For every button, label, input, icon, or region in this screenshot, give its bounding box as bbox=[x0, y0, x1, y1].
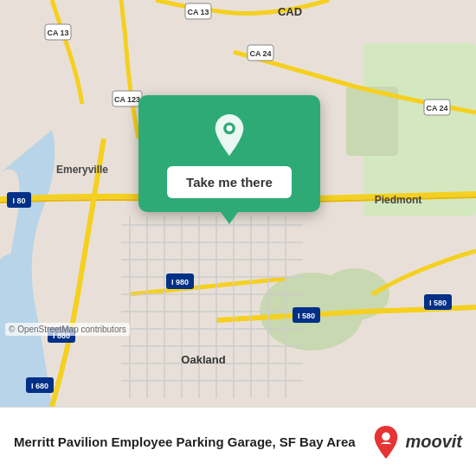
location-pin-icon bbox=[209, 114, 250, 156]
svg-text:CA 13: CA 13 bbox=[47, 29, 68, 37]
svg-text:I 580: I 580 bbox=[429, 299, 447, 307]
svg-text:Emeryville: Emeryville bbox=[56, 164, 108, 176]
svg-point-52 bbox=[227, 125, 233, 132]
svg-text:CA 13: CA 13 bbox=[187, 8, 209, 16]
svg-text:I 580: I 580 bbox=[298, 312, 315, 320]
svg-text:I 980: I 980 bbox=[171, 278, 189, 286]
svg-point-53 bbox=[383, 432, 391, 441]
map-container: CA 13 CA 13 CA 123 CA 24 CA 24 I 80 I 88… bbox=[0, 0, 476, 407]
moovit-pin-icon bbox=[372, 426, 400, 459]
take-me-there-button[interactable]: Take me there bbox=[167, 166, 292, 198]
svg-text:CA 24: CA 24 bbox=[426, 104, 447, 113]
popup-card: Take me there bbox=[138, 95, 320, 212]
location-info: Merritt Pavilion Employee Parking Garage… bbox=[14, 434, 372, 451]
svg-text:I 80: I 80 bbox=[12, 196, 25, 205]
bottom-bar: Merritt Pavilion Employee Parking Garage… bbox=[0, 407, 476, 476]
svg-text:CA 123: CA 123 bbox=[114, 95, 140, 104]
svg-text:CAD: CAD bbox=[278, 5, 302, 18]
moovit-logo: moovit bbox=[372, 426, 462, 459]
moovit-text: moovit bbox=[405, 432, 462, 452]
svg-text:Oakland: Oakland bbox=[181, 353, 225, 366]
osm-credit: © OpenStreetMap contributors bbox=[5, 323, 130, 336]
svg-text:Piedmont: Piedmont bbox=[375, 194, 422, 206]
location-name: Merritt Pavilion Employee Parking Garage… bbox=[14, 434, 372, 451]
svg-text:CA 24: CA 24 bbox=[249, 49, 271, 58]
svg-text:I 680: I 680 bbox=[31, 382, 48, 390]
